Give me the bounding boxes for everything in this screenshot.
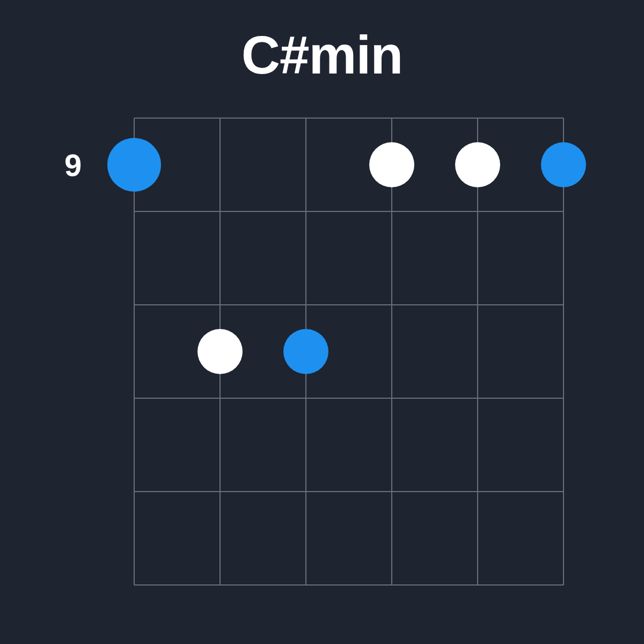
chord-title: C#min bbox=[241, 24, 403, 86]
finger-dot-string-6-fret-1 bbox=[541, 142, 586, 187]
finger-dot-string-3-fret-3 bbox=[283, 329, 328, 374]
fretboard bbox=[134, 118, 564, 585]
finger-dot-string-5-fret-1 bbox=[455, 142, 500, 187]
starting-fret-label: 9 bbox=[64, 147, 82, 183]
finger-dot-string-2-fret-3 bbox=[197, 329, 243, 374]
finger-dot-string-4-fret-1 bbox=[369, 142, 414, 187]
finger-dot-string-1-fret-1 bbox=[107, 138, 161, 192]
chord-diagram: 9 bbox=[64, 118, 580, 601]
